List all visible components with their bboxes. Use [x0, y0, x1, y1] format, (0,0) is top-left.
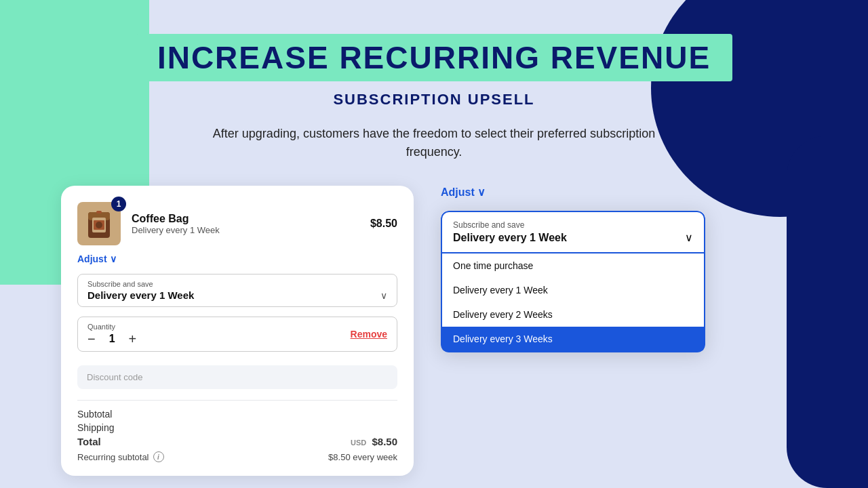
dropdown-options: One time purchase Delivery every 1 Week …	[441, 253, 705, 352]
right-panel: Adjust ∨ Subscribe and save Delivery eve…	[441, 186, 726, 352]
info-icon: i	[153, 451, 164, 462]
subtotal-label: Subtotal	[77, 409, 112, 420]
recurring-value: $8.50 every week	[328, 452, 397, 462]
discount-placeholder: Discount code	[87, 372, 142, 382]
total-value-group: USD $8.50	[351, 436, 397, 447]
remove-button[interactable]: Remove	[351, 329, 387, 340]
shipping-label: Shipping	[77, 422, 115, 433]
subscribe-dropdown-right: Subscribe and save Delivery every 1 Week…	[441, 211, 705, 352]
quantity-label: Quantity	[87, 323, 136, 331]
recurring-row: Recurring subtotal i $8.50 every week	[77, 451, 397, 462]
totals-section: Subtotal Shipping Total USD $8.50 R	[77, 400, 397, 462]
recurring-label: Recurring subtotal	[77, 452, 149, 462]
adjust-label-right: Adjust	[441, 186, 475, 199]
adjust-label-left: Adjust	[77, 253, 107, 264]
option-1-week[interactable]: Delivery every 1 Week	[442, 278, 704, 302]
subscribe-value-row-left: Delivery every 1 Week ∨	[87, 289, 387, 301]
item-price: $8.50	[370, 218, 397, 230]
subscribe-top-value-row: Delivery every 1 Week ∨	[453, 231, 693, 244]
quantity-decrease-button[interactable]: −	[87, 332, 96, 346]
total-value: $8.50	[372, 436, 397, 447]
item-badge: 1	[111, 197, 126, 211]
svg-rect-5	[96, 211, 102, 214]
discount-code-field[interactable]: Discount code	[77, 365, 397, 389]
subscribe-value-left: Delivery every 1 Week	[87, 289, 194, 301]
chevron-down-icon-right: ∨	[477, 186, 486, 199]
option-3-weeks[interactable]: Delivery every 3 Weeks	[442, 327, 704, 351]
usd-label: USD	[351, 439, 366, 447]
quantity-value: 1	[109, 333, 115, 345]
subscribe-top-value: Delivery every 1 Week	[453, 232, 567, 244]
description: After upgrading, customers have the free…	[203, 125, 665, 161]
total-label: Total	[77, 436, 101, 447]
subscribe-dropdown-left[interactable]: Subscribe and save Delivery every 1 Week…	[77, 274, 397, 307]
subscribe-top[interactable]: Subscribe and save Delivery every 1 Week…	[441, 211, 705, 253]
total-row: Total USD $8.50	[77, 436, 397, 447]
coffee-bag-icon	[83, 205, 115, 242]
title-banner: INCREASE RECURRING REVENUE	[136, 34, 732, 81]
subscribe-top-label: Subscribe and save	[453, 220, 693, 230]
option-one-time[interactable]: One time purchase	[442, 253, 704, 278]
svg-point-4	[96, 222, 102, 228]
shipping-row: Shipping	[77, 422, 397, 433]
quantity-row: Quantity − 1 + Remove	[77, 317, 397, 352]
cart-panel: 1 Coffee Bag Delivery every 1 Week $8.50…	[61, 186, 414, 476]
chevron-down-icon: ∨	[380, 290, 387, 301]
quantity-section: Quantity − 1 +	[87, 323, 136, 346]
quantity-increase-button[interactable]: +	[129, 332, 137, 346]
adjust-button-left[interactable]: Adjust ∨	[77, 253, 117, 264]
qty-controls: − 1 +	[87, 332, 136, 346]
cart-item-row: 1 Coffee Bag Delivery every 1 Week $8.50	[77, 202, 397, 245]
option-2-weeks[interactable]: Delivery every 2 Weeks	[442, 302, 704, 327]
main-title: INCREASE RECURRING REVENUE	[157, 39, 711, 76]
subtitle: SUBSCRIPTION UPSELL	[333, 91, 534, 108]
item-delivery: Delivery every 1 Week	[132, 225, 359, 235]
chevron-down-icon-top: ∨	[685, 231, 693, 244]
chevron-down-icon-left: ∨	[110, 253, 117, 264]
item-info: Coffee Bag Delivery every 1 Week	[132, 213, 359, 235]
item-name: Coffee Bag	[132, 213, 359, 225]
recurring-label-group: Recurring subtotal i	[77, 451, 164, 462]
adjust-button-right[interactable]: Adjust ∨	[441, 186, 486, 199]
panels-row: 1 Coffee Bag Delivery every 1 Week $8.50…	[61, 186, 807, 476]
item-image-wrapper: 1	[77, 202, 121, 245]
subscribe-label-left: Subscribe and save	[87, 280, 387, 288]
subtotal-row: Subtotal	[77, 409, 397, 420]
